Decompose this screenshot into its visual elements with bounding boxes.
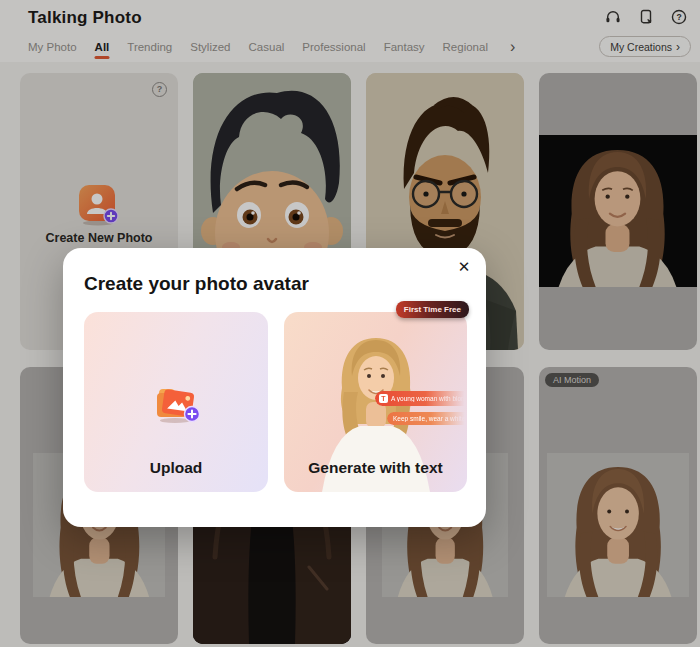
prompt-pill-1: T A young woman with blonde ha [375, 391, 467, 406]
upload-folder-icon [152, 382, 200, 428]
close-icon[interactable]: ✕ [453, 256, 475, 278]
upload-card[interactable]: Upload [84, 312, 268, 492]
create-avatar-modal: ✕ Create your photo avatar Up [63, 248, 486, 527]
modal-options: Upload First Time Free [84, 312, 467, 492]
first-time-free-badge: First Time Free [396, 301, 469, 318]
generate-with-text-label: Generate with text [284, 459, 467, 477]
modal-title: Create your photo avatar [84, 273, 309, 295]
generate-with-text-card[interactable]: First Time Free T A young woman with blo… [284, 312, 467, 492]
upload-label: Upload [84, 459, 268, 477]
prompt-pill-2: Keep smile, wear a white shi [387, 412, 467, 425]
text-prompt-icon: T [379, 394, 388, 403]
